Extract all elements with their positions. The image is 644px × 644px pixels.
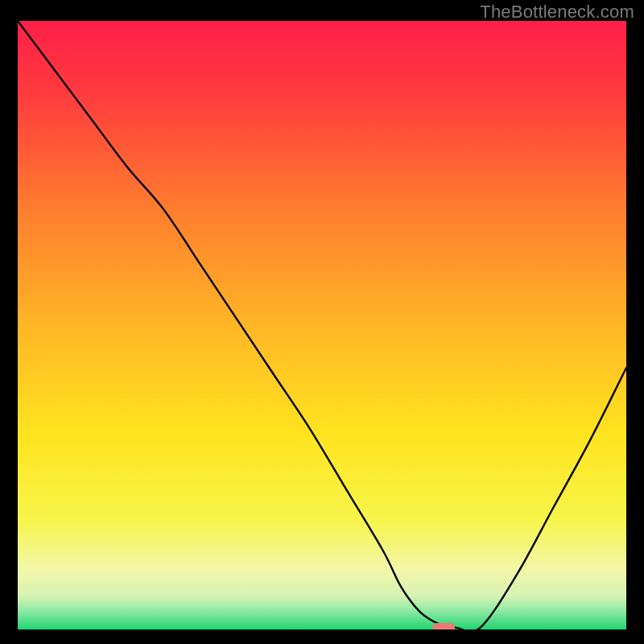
chart-svg bbox=[18, 21, 626, 630]
watermark-text: TheBottleneck.com bbox=[480, 2, 634, 23]
bottleneck-chart bbox=[18, 21, 626, 630]
gradient-background bbox=[18, 21, 626, 630]
optimal-marker bbox=[432, 623, 455, 630]
chart-frame: TheBottleneck.com bbox=[0, 0, 644, 644]
